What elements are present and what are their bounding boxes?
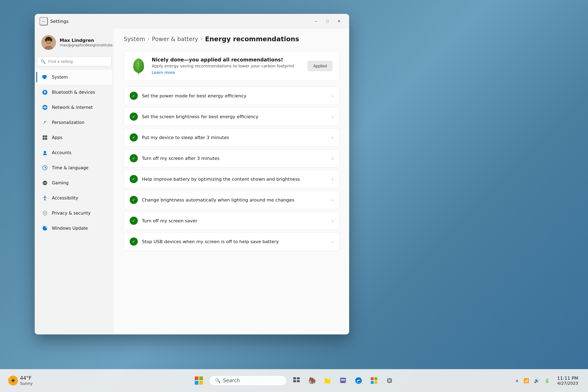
svg-rect-46	[371, 377, 374, 380]
weather-temp: 44°F	[20, 375, 33, 381]
sidebar-item-accounts[interactable]: Accounts	[36, 145, 112, 160]
sidebar-item-gaming-label: Gaming	[52, 180, 68, 186]
tray-expand-icon[interactable]: ∧	[514, 376, 520, 385]
svg-rect-40	[293, 380, 296, 382]
rec-item-rec7[interactable]: ✓ Turn off my screen saver ›	[124, 212, 339, 230]
taskbar-app-chat[interactable]	[337, 375, 349, 386]
search-icon: 🔍	[41, 59, 46, 64]
minimize-button[interactable]: ─	[311, 17, 321, 25]
window-controls: ─ □ ✕	[311, 17, 344, 25]
leaf-icon-container	[130, 58, 147, 74]
taskbar-app-taskview[interactable]	[291, 375, 302, 386]
svg-rect-37	[199, 381, 203, 385]
avatar	[41, 35, 56, 50]
rec-item-rec6[interactable]: ✓ Change brightness automatically when l…	[124, 191, 339, 209]
sidebar-item-network-label: Network & internet	[52, 105, 93, 110]
gaming-icon	[41, 179, 48, 186]
update-icon	[41, 224, 48, 232]
svg-rect-41	[297, 380, 300, 382]
settings-window: ← Settings ─ □ ✕	[35, 14, 349, 334]
taskbar-app-store[interactable]	[368, 375, 380, 386]
window-content: Max Lindgren max@graphicdesigninstitute.…	[35, 28, 349, 334]
rec-item-rec5[interactable]: ✓ Help improve battery by optimizing the…	[124, 170, 339, 188]
breadcrumb-sep-2: ›	[201, 36, 203, 42]
user-email: max@graphicdesigninstitute.com	[60, 43, 114, 47]
sidebar-item-bluetooth-label: Bluetooth & devices	[52, 90, 95, 95]
maximize-button[interactable]: □	[322, 17, 333, 25]
svg-text:B: B	[44, 90, 46, 94]
weather-text: 44°F Sunny	[20, 375, 33, 386]
rec-label-rec5: Help improve battery by optimizing the c…	[142, 176, 328, 182]
svg-point-23	[45, 182, 46, 183]
taskbar-app-animal[interactable]: 🦣	[306, 375, 318, 386]
start-button[interactable]	[193, 374, 205, 387]
battery-tray-icon[interactable]: 🔋	[543, 376, 552, 385]
taskbar-app-settings[interactable]	[384, 375, 395, 386]
sidebar-item-accessibility-label: Accessibility	[52, 196, 78, 200]
weather-condition: Sunny	[20, 381, 33, 386]
search-input[interactable]	[48, 59, 108, 64]
sidebar-item-gaming[interactable]: Gaming	[36, 176, 112, 190]
rec-item-rec2[interactable]: ✓ Set the screen brightness for best ene…	[124, 108, 339, 126]
leaf-icon	[132, 57, 146, 75]
back-button[interactable]: ←	[40, 17, 48, 25]
svg-point-6	[50, 38, 52, 42]
close-button[interactable]: ✕	[334, 17, 344, 25]
sidebar-item-privacy[interactable]: Privacy & security	[36, 206, 112, 220]
sidebar-item-update[interactable]: Windows Update	[36, 221, 112, 236]
rec-label-rec4: Turn off my screen after 3 minutes	[142, 156, 328, 161]
clock-time: 11:11 PM	[557, 376, 578, 381]
sidebar-item-accessibility[interactable]: Accessibility	[36, 191, 112, 206]
taskbar-search[interactable]: 🔍 Search	[209, 376, 287, 386]
sidebar-item-system[interactable]: System	[36, 70, 112, 84]
sidebar-item-personalization[interactable]: Personalization	[36, 115, 112, 130]
network-tray-icon[interactable]: 📶	[522, 376, 531, 385]
weather-widget[interactable]: ☀️ 44°F Sunny	[8, 375, 33, 386]
svg-rect-48	[371, 381, 374, 384]
check-icon-rec6: ✓	[130, 196, 138, 204]
taskbar-app-explorer[interactable]	[322, 375, 333, 386]
chat-icon	[339, 377, 347, 384]
breadcrumb-power-battery[interactable]: Power & battery	[152, 36, 198, 42]
rec-item-rec4[interactable]: ✓ Turn off my screen after 3 minutes ›	[124, 149, 339, 168]
store-icon	[370, 377, 378, 384]
check-icon-rec4: ✓	[130, 154, 138, 162]
taskbar-search-icon: 🔍	[215, 378, 220, 383]
system-tray: ∧ 📶 🔊 🔋	[514, 376, 552, 385]
rec-chevron-rec5: ›	[332, 176, 334, 182]
sidebar-item-network[interactable]: Network & internet	[36, 100, 112, 115]
system-clock[interactable]: 11:11 PM 4/27/2023	[556, 375, 580, 386]
window-title: Settings	[50, 19, 68, 24]
rec-item-rec3[interactable]: ✓ Put my device to sleep after 3 minutes…	[124, 128, 339, 146]
sidebar-item-time[interactable]: Time & language	[36, 160, 112, 175]
sidebar-item-apps[interactable]: Apps	[36, 130, 112, 145]
title-bar: ← Settings ─ □ ✕	[35, 14, 349, 28]
svg-line-30	[45, 199, 46, 200]
check-icon-rec7: ✓	[130, 216, 138, 225]
sidebar-item-bluetooth[interactable]: B Bluetooth & devices	[36, 85, 112, 100]
taskview-icon	[293, 377, 300, 384]
svg-rect-42	[340, 378, 346, 382]
rec-chevron-rec6: ›	[332, 198, 334, 202]
volume-tray-icon[interactable]: 🔊	[532, 376, 541, 385]
main-panel: System › Power & battery › Energy recomm…	[114, 28, 349, 334]
learn-more-link[interactable]: Learn more	[152, 70, 175, 75]
sidebar-item-time-label: Time & language	[52, 166, 88, 170]
breadcrumb: System › Power & battery › Energy recomm…	[124, 35, 339, 43]
rec-item-rec1[interactable]: ✓ Set the power mode for best energy eff…	[124, 86, 339, 105]
bluetooth-icon: B	[41, 88, 48, 96]
clock-date: 4/27/2023	[557, 381, 578, 386]
svg-rect-47	[374, 377, 377, 380]
svg-rect-17	[45, 135, 47, 138]
applied-button: Applied	[308, 61, 332, 71]
rec-item-rec8[interactable]: ✓ Stop USB devices when my screen is off…	[124, 232, 339, 251]
user-name: Max Lindgren	[60, 38, 114, 43]
rec-chevron-rec4: ›	[332, 156, 334, 161]
sidebar-search-container[interactable]: 🔍	[37, 57, 112, 66]
user-profile[interactable]: Max Lindgren max@graphicdesigninstitute.…	[36, 32, 112, 55]
breadcrumb-system[interactable]: System	[124, 36, 145, 42]
svg-rect-19	[45, 138, 47, 140]
taskbar-app-edge[interactable]	[353, 375, 364, 386]
user-info: Max Lindgren max@graphicdesigninstitute.…	[60, 38, 114, 47]
sidebar-item-apps-label: Apps	[52, 135, 62, 140]
